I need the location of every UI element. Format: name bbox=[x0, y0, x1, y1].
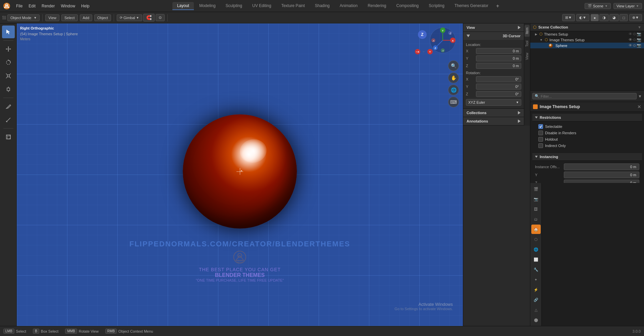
props-icon-view-layer[interactable]: 🗂 bbox=[531, 214, 541, 224]
collections-section-header[interactable]: Collections bbox=[463, 109, 524, 117]
rotation-mode-dropdown[interactable]: XYZ Euler ▼ bbox=[466, 99, 521, 106]
object-menu[interactable]: Object bbox=[94, 14, 111, 21]
cursor-ry-value[interactable]: 0° bbox=[476, 84, 521, 90]
props-icon-data[interactable]: △ bbox=[531, 305, 541, 315]
mode-selector[interactable]: Object Mode▼ bbox=[7, 14, 40, 21]
menu-help[interactable]: Help bbox=[78, 2, 92, 10]
tool-select[interactable] bbox=[2, 26, 15, 38]
instance-offset-z-value[interactable]: 0 m bbox=[564, 180, 639, 183]
tool-scale[interactable] bbox=[2, 69, 15, 82]
tab-rendering[interactable]: Rendering bbox=[363, 2, 391, 10]
holdout-checkbox[interactable] bbox=[538, 137, 543, 142]
tool-rotate[interactable] bbox=[2, 56, 15, 69]
view-layer-selector[interactable]: View Layer bbox=[616, 4, 635, 8]
instance-offset-y-value[interactable]: 0 m bbox=[564, 172, 639, 178]
tab-layout[interactable]: Layout bbox=[172, 2, 194, 10]
annotations-collapse-icon[interactable] bbox=[518, 119, 521, 123]
menu-window[interactable]: Window bbox=[58, 2, 78, 10]
cursor-section-header[interactable]: 3D Cursor bbox=[463, 32, 524, 40]
props-icon-object[interactable]: ⬜ bbox=[531, 255, 541, 264]
navigation-gizmo[interactable]: X Y Z -X -Y -Z bbox=[429, 27, 460, 57]
cursor-z-value[interactable]: 0 m bbox=[476, 63, 521, 69]
tab-modeling[interactable]: Modeling bbox=[195, 2, 220, 10]
annotations-section-header[interactable]: Annotations bbox=[463, 117, 524, 125]
menu-edit[interactable]: Edit bbox=[26, 2, 38, 10]
restrictions-expand-icon[interactable] bbox=[535, 116, 538, 118]
restrictions-section-header[interactable]: Restrictions bbox=[532, 114, 642, 122]
add-menu[interactable]: Add bbox=[80, 14, 93, 21]
numpad-toggle[interactable]: ⌨ bbox=[448, 97, 459, 107]
sphere-select[interactable]: ⊙ bbox=[633, 43, 636, 48]
props-icon-output[interactable]: 🖼 bbox=[531, 204, 541, 214]
orbit-tool-button[interactable]: 🌐 bbox=[448, 85, 459, 95]
shading-solid[interactable]: ● bbox=[591, 14, 599, 21]
overlay-toggle[interactable]: ⊞▼ bbox=[562, 14, 575, 21]
outliner-item-image-themes[interactable]: ▼ ⬡ Image Themes Setup 👁 ⊙ 📷 bbox=[530, 37, 644, 43]
tab-uv-editing[interactable]: UV Editing bbox=[248, 2, 276, 10]
props-search-input[interactable] bbox=[541, 94, 634, 98]
tab-tool[interactable]: Tool bbox=[525, 38, 530, 49]
themes-setup-select[interactable]: ⊙ bbox=[633, 32, 636, 36]
props-icon-scene-active[interactable]: 🏠 bbox=[531, 225, 541, 234]
props-icon-physics[interactable]: ⚡ bbox=[531, 285, 541, 294]
properties-close-icon[interactable]: ✕ bbox=[637, 104, 641, 109]
windows-activate-message[interactable]: Activate Windows Go to Settings to activ… bbox=[394, 302, 453, 311]
tab-animation[interactable]: Animation bbox=[335, 2, 362, 10]
instancing-expand-icon[interactable] bbox=[535, 156, 538, 158]
cursor-rz-value[interactable]: 0° bbox=[476, 91, 521, 97]
image-themes-select[interactable]: ⊙ bbox=[633, 38, 636, 42]
props-icon-particles[interactable]: ⬡ bbox=[531, 235, 541, 244]
snap-button[interactable]: 🧲 bbox=[143, 14, 155, 21]
tab-item[interactable]: Item bbox=[525, 25, 530, 37]
selectable-checkbox[interactable] bbox=[538, 124, 543, 129]
themes-setup-render[interactable]: 📷 bbox=[637, 32, 641, 36]
view-section-header[interactable]: View bbox=[463, 23, 524, 32]
shading-toggle[interactable]: ◐▼ bbox=[576, 14, 589, 21]
add-workspace-button[interactable]: + bbox=[494, 2, 502, 10]
tool-annotate[interactable] bbox=[2, 100, 15, 113]
tab-view[interactable]: View bbox=[525, 50, 530, 63]
grab-tool-button[interactable]: ✋ bbox=[448, 73, 459, 83]
gizmo-toggle[interactable]: ⊕▼ bbox=[629, 14, 642, 21]
cursor-expand-icon[interactable] bbox=[467, 35, 470, 37]
tool-move[interactable] bbox=[2, 43, 15, 55]
cursor-x-value[interactable]: 0 m bbox=[476, 48, 521, 54]
tool-measure[interactable] bbox=[2, 113, 15, 126]
instance-offset-x-value[interactable]: 0 m bbox=[564, 163, 639, 170]
outliner-filter-icon[interactable]: ▼ bbox=[638, 25, 641, 29]
sphere-vis[interactable]: 👁 bbox=[629, 43, 632, 48]
props-filter-icon[interactable]: ▼ bbox=[638, 94, 642, 99]
tab-compositing[interactable]: Compositing bbox=[392, 2, 424, 10]
shading-material[interactable]: ◑ bbox=[599, 14, 609, 21]
menu-render[interactable]: Render bbox=[39, 2, 57, 10]
indirect-only-checkbox[interactable] bbox=[538, 143, 543, 148]
outliner-item-themes-setup[interactable]: ▶ ⬡ Themes Setup 👁 ⊙ 📷 bbox=[530, 31, 644, 37]
tool-transform[interactable] bbox=[2, 83, 15, 96]
zoom-in-button[interactable]: 🔍 bbox=[448, 60, 459, 71]
cursor-rx-value[interactable]: 0° bbox=[476, 76, 521, 82]
collections-collapse-icon[interactable] bbox=[518, 111, 521, 114]
image-themes-vis[interactable]: 👁 bbox=[629, 38, 632, 42]
transform-orientations[interactable]: ⟳ Gimbal ▼ bbox=[117, 14, 142, 21]
shading-rendered[interactable]: ◕ bbox=[609, 14, 619, 21]
tab-texture-paint[interactable]: Texture Paint bbox=[277, 2, 310, 10]
select-menu[interactable]: Select bbox=[61, 14, 78, 21]
cursor-y-value[interactable]: 0 m bbox=[476, 55, 521, 61]
disable-renders-checkbox[interactable] bbox=[538, 131, 543, 135]
props-icon-scene[interactable]: 🎬 bbox=[531, 184, 541, 194]
menu-file[interactable]: File bbox=[13, 2, 25, 10]
props-icon-material[interactable]: ⬤ bbox=[531, 315, 541, 325]
props-icon-modifier[interactable]: 🔧 bbox=[531, 265, 541, 274]
themes-setup-collapse[interactable]: ▶ bbox=[535, 33, 537, 36]
shading-wireframe[interactable]: □ bbox=[620, 14, 628, 21]
themes-setup-vis[interactable]: 👁 bbox=[629, 32, 632, 36]
props-icon-particles2[interactable]: ✦ bbox=[531, 275, 541, 284]
tool-add-cube[interactable] bbox=[2, 131, 15, 143]
image-themes-collapse[interactable]: ▼ bbox=[540, 38, 543, 42]
tab-scripting[interactable]: Scripting bbox=[424, 2, 449, 10]
outliner-item-sphere[interactable]: ▶ Sphere 👁 ⊙ 📷 bbox=[530, 43, 644, 48]
instancing-section-header[interactable]: Instancing bbox=[532, 153, 642, 161]
props-icon-world[interactable]: 🌐 bbox=[531, 245, 541, 254]
scene-selector[interactable]: Scene bbox=[593, 4, 603, 8]
sphere-render[interactable]: 📷 bbox=[637, 43, 641, 48]
